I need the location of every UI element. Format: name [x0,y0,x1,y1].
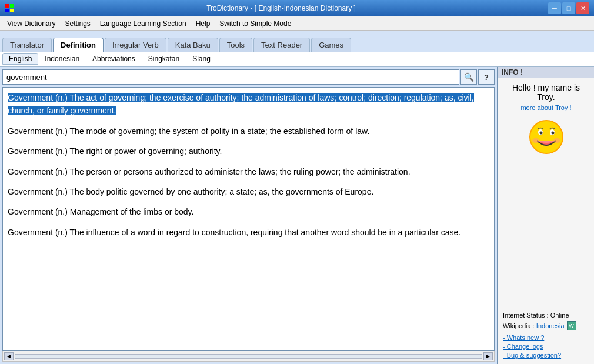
definition-box[interactable]: Government (n.) The act of governing; th… [2,87,495,351]
svg-point-10 [553,138,560,143]
main-layout: 🔍 ? Government (n.) The act of governing… [0,67,594,364]
internet-status: Internet Status : Online [503,312,589,319]
tab-translator[interactable]: Translator [2,38,52,52]
links-section: - Whats new ? - Change logs - Bug & sugg… [503,334,589,359]
list-item: Government (n.) The mode of governing; t… [8,125,489,138]
troy-avatar [529,119,564,155]
svg-point-8 [551,132,554,135]
wikipedia-link[interactable]: Indonesia [536,322,565,329]
left-content: 🔍 ? Government (n.) The act of governing… [0,67,497,364]
search-bar: 🔍 ? [2,69,495,85]
greeting-line2: Troy. [537,92,555,102]
info-body: Hello ! my name is Troy. more about Troy… [498,78,594,308]
internet-status-label: Internet Status : [503,312,549,319]
list-item: Government (n.) The act of governing; th… [8,91,489,118]
help-button[interactable]: ? [478,69,495,85]
wikipedia-label: Wikipedia : [503,322,535,329]
list-item: Government (n.) The body politic governe… [8,185,489,198]
scroll-left-button[interactable]: ◄ [4,352,14,360]
maximize-button[interactable]: □ [562,2,575,14]
tab-kata-baku[interactable]: Kata Baku [168,38,218,52]
bug-suggestion-link[interactable]: - Bug & suggestion? [503,352,589,359]
more-about-link[interactable]: more about Troy ! [520,104,571,111]
menu-simple-mode[interactable]: Switch to Simple Mode [215,18,296,29]
close-button[interactable]: ✕ [576,2,589,14]
tab-text-reader[interactable]: Text Reader [253,38,310,52]
definition-text-2: Government (n.) The mode of governing; t… [8,126,369,136]
sub-tab-indonesian[interactable]: Indonesian [38,53,86,65]
greeting-text: Hello ! my name is Troy. [512,83,580,102]
list-item: Government (n.) The influence of a word … [8,226,489,239]
app-icon [5,4,14,13]
info-header: INFO ! [498,67,594,78]
search-icon: 🔍 [464,72,474,82]
svg-point-7 [539,132,542,135]
tab-tools[interactable]: Tools [219,38,252,52]
sub-tab-singkatan[interactable]: Singkatan [142,53,186,65]
wikipedia-icon[interactable]: W [567,321,576,330]
search-input[interactable] [2,69,459,85]
list-item: Government (n.) Management of the limbs … [8,205,489,218]
definition-text-7: Government (n.) The influence of a word … [8,228,460,237]
menu-language-learning[interactable]: Language Learning Section [95,18,191,29]
tab-games[interactable]: Games [311,38,351,52]
definition-text-5: Government (n.) The body politic governe… [8,187,373,196]
svg-rect-1 [10,4,14,8]
window-controls: ─ □ ✕ [548,2,589,14]
menu-settings[interactable]: Settings [60,18,95,29]
sub-tab-bar: English Indonesian Abbreviations Singkat… [0,52,594,67]
internet-status-value: Online [550,312,569,319]
tab-definition[interactable]: Definition [53,38,104,52]
info-footer: Internet Status : Online Wikipedia : Ind… [498,308,594,364]
scroll-right-button[interactable]: ► [483,352,493,360]
scroll-track[interactable] [15,354,482,359]
svg-rect-2 [5,9,9,12]
minimize-button[interactable]: ─ [548,2,561,14]
greeting-line1: Hello ! my name is [512,83,580,92]
sub-tab-english[interactable]: English [2,53,38,65]
tab-bar: Translator Definition Irregular Verb Kat… [0,31,594,52]
sub-tab-abbreviations[interactable]: Abbreviations [86,53,142,65]
svg-rect-0 [5,4,9,8]
whats-new-link[interactable]: - Whats new ? [503,334,589,341]
window-title: TroDictionary - [ English-Indonesian Dic… [14,4,548,12]
svg-point-9 [532,138,539,143]
list-item: Government (n.) The right or power of go… [8,145,489,158]
right-panel: INFO ! Hello ! my name is Troy. more abo… [497,67,594,364]
help-icon: ? [484,73,489,82]
svg-point-4 [530,121,563,153]
wikipedia-row: Wikipedia : Indonesia W [503,321,589,330]
search-button[interactable]: 🔍 [460,69,477,85]
menu-view-dictionary[interactable]: View Dictionary [2,18,60,29]
definition-highlighted-text: Government (n.) The act of governing; th… [8,93,474,115]
definition-text-4: Government (n.) The person or persons au… [8,167,411,176]
definition-text-6: Government (n.) Management of the limbs … [8,207,193,216]
title-bar: TroDictionary - [ English-Indonesian Dic… [0,0,594,16]
menu-bar: View Dictionary Settings Language Learni… [0,16,594,31]
horizontal-scrollbar[interactable]: ◄ ► [2,351,495,362]
definition-text-3: Government (n.) The right or power of go… [8,146,222,156]
list-item: Government (n.) The person or persons au… [8,165,489,178]
change-logs-link[interactable]: - Change logs [503,343,589,350]
svg-rect-3 [10,9,14,12]
sub-tab-slang[interactable]: Slang [186,53,217,65]
menu-help[interactable]: Help [191,18,215,29]
tab-irregular-verb[interactable]: Irregular Verb [105,38,166,52]
